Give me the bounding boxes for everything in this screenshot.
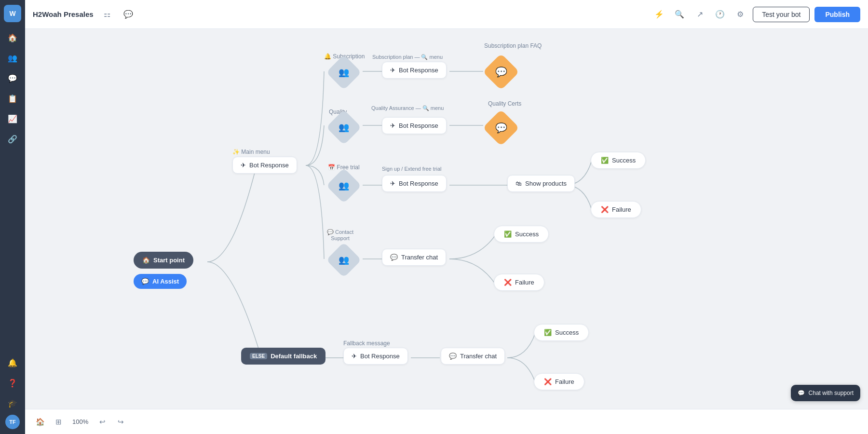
- arrange-icon[interactable]: ⚏: [99, 7, 115, 22]
- success-icon-2: ✅: [504, 231, 512, 238]
- app-logo[interactable]: W: [4, 5, 21, 22]
- start-point-icon: 🏠: [142, 257, 150, 264]
- quality-certs-node[interactable]: 💬: [488, 115, 514, 141]
- send-icon-quality: ✈: [390, 122, 395, 129]
- send-icon-fallback: ✈: [352, 353, 357, 360]
- free-trial-person-node[interactable]: 👥: [331, 173, 356, 198]
- show-products-failure[interactable]: ❌ Failure: [591, 201, 641, 218]
- success-icon-1: ✅: [601, 157, 609, 164]
- history-icon[interactable]: 🕐: [712, 7, 728, 22]
- user-avatar[interactable]: TF: [5, 415, 20, 429]
- zoom-level: 100%: [69, 418, 91, 425]
- failure-icon-2: ❌: [504, 279, 512, 286]
- ai-assist-node[interactable]: 💬 AI Assist: [134, 274, 187, 289]
- contact-support-person-node[interactable]: 👥: [331, 247, 356, 272]
- sidebar-item-help[interactable]: ❓: [4, 374, 21, 392]
- ai-assist-label: AI Assist: [152, 278, 179, 285]
- main-content: H2Woah Presales ⚏ 💬 ⚡ 🔍 ↗ 🕐 ⚙ Test your …: [25, 0, 868, 434]
- share-icon[interactable]: ↗: [692, 7, 707, 22]
- comment-icon[interactable]: 💬: [121, 7, 136, 22]
- failure-icon-1: ❌: [601, 206, 609, 213]
- sidebar-item-analytics[interactable]: 📈: [4, 110, 21, 127]
- show-products-success[interactable]: ✅ Success: [591, 152, 646, 169]
- contact-support-label: 💬 ContactSupport: [327, 229, 353, 241]
- quality-bot-response[interactable]: ✈ Bot Response: [382, 117, 447, 134]
- fallback-failure[interactable]: ❌ Failure: [534, 373, 584, 390]
- sidebar-item-integrations[interactable]: 🔗: [4, 130, 21, 148]
- chat-support-icon: 💬: [798, 390, 805, 396]
- start-point-label: Start point: [153, 257, 185, 264]
- products-icon: 🛍: [515, 180, 522, 187]
- else-badge: ELSE: [250, 353, 267, 359]
- fit-icon[interactable]: ⊞: [51, 415, 66, 429]
- chat-support-widget[interactable]: 💬 Chat with support: [791, 385, 860, 401]
- transfer-icon: 💬: [390, 254, 398, 261]
- quality-certs-label: Quality Certs: [488, 100, 521, 107]
- test-bot-button[interactable]: Test your bot: [753, 7, 810, 22]
- redo-icon[interactable]: ↪: [113, 415, 128, 429]
- show-products-node[interactable]: 🛍 Show products: [507, 175, 575, 192]
- fallback-success[interactable]: ✅ Success: [534, 324, 589, 341]
- send-icon-main: ✈: [241, 162, 246, 169]
- sidebar-item-reports[interactable]: 📋: [4, 90, 21, 107]
- fallback-bot-response[interactable]: ✈ Bot Response: [343, 348, 408, 365]
- quality-person-node[interactable]: 👥: [331, 115, 356, 140]
- topbar: H2Woah Presales ⚏ 💬 ⚡ 🔍 ↗ 🕐 ⚙ Test your …: [25, 0, 868, 29]
- chat-support-label: Chat with support: [809, 390, 854, 396]
- sidebar-item-chat[interactable]: 💬: [4, 69, 21, 87]
- sidebar-item-notifications[interactable]: 🔔: [4, 354, 21, 371]
- settings-icon[interactable]: ⚙: [732, 7, 748, 22]
- default-fallback-node[interactable]: ELSE Default fallback: [241, 348, 326, 365]
- logo-text: W: [9, 10, 15, 17]
- main-menu-label: ✨ Main menu: [232, 149, 270, 155]
- bottombar: 🏠 ⊞ 100% ↩ ↪: [25, 409, 868, 434]
- send-icon-sub: ✈: [390, 67, 395, 74]
- sign-up-extend-label: Sign up / Extend free trial: [382, 166, 442, 172]
- main-menu-bot-response[interactable]: ✈ Bot Response: [232, 157, 297, 174]
- sidebar-item-users[interactable]: 👥: [4, 49, 21, 67]
- fallback-transfer-chat[interactable]: 💬 Transfer chat: [441, 348, 505, 365]
- failure-icon-3: ❌: [544, 378, 552, 385]
- fallback-transfer-icon: 💬: [449, 353, 457, 360]
- quality-assurance-menu-label: Quality Assurance — 🔍 menu: [371, 105, 444, 111]
- sidebar: W 🏠 👥 💬 📋 📈 🔗 🔔 ❓ 🎓 TF: [0, 0, 25, 434]
- fallback-message-label: Fallback message: [343, 340, 390, 347]
- free-trial-bot-response[interactable]: ✈ Bot Response: [382, 175, 447, 192]
- success-icon-3: ✅: [544, 329, 552, 336]
- publish-button[interactable]: Publish: [814, 7, 860, 22]
- avatar-initials: TF: [9, 419, 15, 425]
- send-icon-trial: ✈: [390, 180, 395, 187]
- topbar-right: ⚡ 🔍 ↗ 🕐 ⚙ Test your bot Publish: [651, 7, 860, 22]
- subscription-plan-menu-label: Subscription plan — 🔍 menu: [372, 54, 443, 60]
- sidebar-item-learn[interactable]: 🎓: [4, 394, 21, 412]
- ai-assist-icon: 💬: [141, 278, 149, 285]
- sidebar-bottom: 🔔 ❓ 🎓 TF: [4, 354, 21, 429]
- search-icon[interactable]: 🔍: [672, 7, 687, 22]
- subscription-faq-node[interactable]: 💬: [488, 59, 514, 85]
- transfer-chat-failure[interactable]: ❌ Failure: [494, 274, 544, 291]
- sidebar-item-home[interactable]: 🏠: [4, 29, 21, 46]
- subscription-bot-response[interactable]: ✈ Bot Response: [382, 62, 447, 79]
- lightning-icon[interactable]: ⚡: [651, 7, 667, 22]
- transfer-chat-node[interactable]: 💬 Transfer chat: [382, 249, 446, 266]
- start-point-node[interactable]: 🏠 Start point: [134, 252, 193, 269]
- undo-icon[interactable]: ↩: [95, 415, 109, 429]
- flow-canvas[interactable]: 🏠 Start point 💬 AI Assist ✨ Main menu ✈ …: [25, 29, 868, 409]
- transfer-chat-success[interactable]: ✅ Success: [494, 226, 549, 243]
- subscription-faq-label: Subscription plan FAQ: [484, 42, 542, 49]
- topbar-title: H2Woah Presales: [33, 10, 94, 18]
- subscription-person-node[interactable]: 👥: [331, 60, 356, 85]
- home-icon-bottom[interactable]: 🏠: [33, 415, 47, 429]
